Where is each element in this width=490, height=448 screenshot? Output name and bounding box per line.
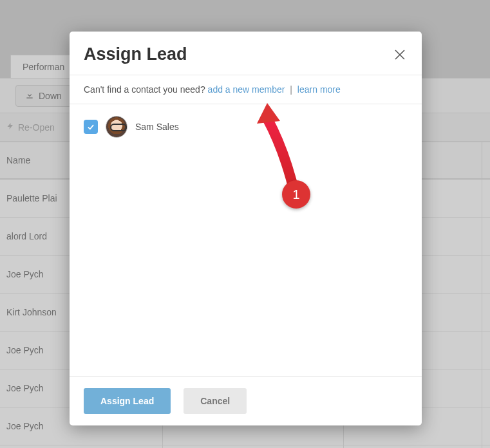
- separator: |: [287, 84, 294, 95]
- member-row[interactable]: Sam Sales: [84, 116, 408, 138]
- learn-more-link[interactable]: learn more: [297, 84, 341, 95]
- add-member-link[interactable]: add a new member: [208, 84, 285, 95]
- assign-lead-button[interactable]: Assign Lead: [84, 388, 171, 414]
- avatar: [106, 116, 127, 138]
- member-checkbox[interactable]: [84, 120, 98, 134]
- modal-title: Assign Lead: [84, 44, 392, 64]
- close-icon[interactable]: [392, 47, 408, 62]
- prompt-text: Can't find a contact you need?: [84, 84, 208, 95]
- prompt-bar: Can't find a contact you need? add a new…: [70, 75, 422, 104]
- assign-lead-modal: Assign Lead Can't find a contact you nee…: [70, 32, 422, 425]
- member-name: Sam Sales: [135, 122, 179, 132]
- cancel-button[interactable]: Cancel: [184, 388, 247, 414]
